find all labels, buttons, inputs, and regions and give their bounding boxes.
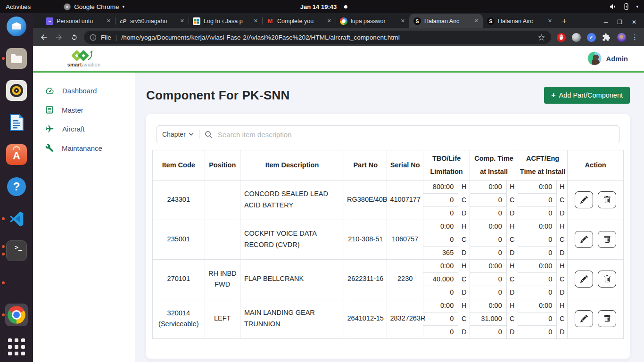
- browser-tab[interactable]: ~ Personal untu ✕: [41, 14, 115, 28]
- delete-button[interactable]: [598, 191, 616, 208]
- sidebar-item-dashboard[interactable]: Dashboard: [33, 81, 135, 100]
- add-part-component-button[interactable]: + Add Part/Component: [544, 87, 630, 104]
- sidebar-item-maintanance[interactable]: Maintanance: [33, 139, 135, 157]
- new-tab-button[interactable]: +: [562, 16, 567, 26]
- cell-tbo-value: 0:00: [423, 259, 458, 272]
- browser-tab[interactable]: Log In ‹ Jasa p ✕: [189, 14, 262, 28]
- unit-label: H: [557, 259, 568, 272]
- clock-menu[interactable]: Jan 14 19:43: [300, 0, 347, 13]
- tab-close-icon[interactable]: ✕: [179, 18, 185, 24]
- dock-libreoffice-writer[interactable]: [5, 111, 28, 134]
- browser-tab-active[interactable]: S Halaman Airc ✕: [409, 14, 483, 28]
- tab-close-icon[interactable]: ✕: [547, 18, 553, 24]
- dock-ubuntu-software[interactable]: A: [5, 143, 28, 166]
- window-controls: ─ ❐ ✕: [604, 19, 644, 28]
- cell-acft-value: 0:00: [518, 259, 556, 272]
- unit-label: C: [458, 233, 470, 246]
- delete-button[interactable]: [598, 271, 616, 288]
- unit-label: D: [506, 246, 518, 259]
- verified-extension-icon[interactable]: ✓: [586, 32, 596, 42]
- dock-rhythmbox[interactable]: [5, 79, 28, 102]
- delete-button[interactable]: [598, 310, 616, 327]
- component-sub-row: 270101RH INBD FWDFLAP BELLCRANK2622311-1…: [153, 259, 624, 272]
- unit-label: H: [557, 299, 568, 312]
- focused-app-menu[interactable]: Google Chrome ▾: [64, 3, 124, 10]
- chapter-select[interactable]: Chapter: [162, 131, 194, 138]
- address-bar[interactable]: File | /home/yoga/Documents/kerja/Aviasi…: [84, 31, 551, 44]
- sidebar-item-aircraft[interactable]: Aircraft: [33, 119, 135, 139]
- forward-button[interactable]: [54, 32, 64, 42]
- cell-item-description: COCKPIT VOICE DATA RECORD (CVDR): [240, 220, 344, 259]
- dashboard-gauge-icon: [45, 86, 54, 95]
- chevron-down-icon: [189, 132, 194, 136]
- tab-close-icon[interactable]: ✕: [473, 18, 479, 24]
- browser-tab[interactable]: S Halaman Airc ✕: [483, 14, 556, 28]
- web-page: smartaviation Admin Dashboard: [33, 46, 644, 362]
- dock-running-app[interactable]: [5, 272, 28, 294]
- search-input[interactable]: [218, 131, 614, 139]
- tab-close-icon[interactable]: ✕: [326, 18, 332, 24]
- cell-acft-value: 0:00: [518, 220, 556, 233]
- running-indicator-dot: [2, 217, 5, 220]
- edit-icon: [580, 196, 588, 204]
- browser-window: ~ Personal untu ✕ cP srv50.niagaho ✕ Log…: [33, 13, 644, 362]
- dock-vscode[interactable]: [5, 207, 28, 230]
- cell-actions: [568, 299, 624, 338]
- page-info-icon[interactable]: [90, 34, 97, 41]
- activities-button[interactable]: Activities: [0, 3, 37, 10]
- restore-button[interactable]: ❐: [617, 19, 622, 25]
- edit-button[interactable]: [575, 271, 593, 288]
- help-icon: ?: [7, 177, 26, 196]
- col-header-acft-time: ACFT/Eng Time at Install: [518, 150, 568, 181]
- browser-tab[interactable]: M Complete you ✕: [262, 14, 336, 28]
- dock-files[interactable]: [5, 47, 28, 70]
- tab-favicon: [340, 17, 347, 25]
- adblock-extension-icon[interactable]: [556, 32, 566, 42]
- tab-favicon: M: [266, 17, 274, 25]
- browser-tab[interactable]: lupa passwor ✕: [336, 14, 409, 28]
- unit-label: H: [458, 299, 470, 312]
- chrome-app-icon: [64, 3, 71, 10]
- tab-close-icon[interactable]: ✕: [253, 18, 259, 24]
- dock-help[interactable]: ?: [5, 175, 28, 198]
- delete-button[interactable]: [598, 231, 616, 248]
- tab-favicon: cP: [119, 17, 127, 25]
- close-window-button[interactable]: ✕: [632, 19, 636, 25]
- col-header-part-no: Part No: [344, 150, 387, 181]
- user-avatar: [587, 51, 602, 66]
- tab-favicon: ~: [46, 17, 53, 25]
- sidebar-item-master[interactable]: Master: [33, 100, 135, 119]
- unit-label: C: [557, 233, 568, 246]
- reload-button[interactable]: [69, 32, 79, 42]
- running-indicator-dot: [2, 57, 5, 60]
- component-sub-row: 320014(Serviceable)LEFTMAIN LANDING GEAR…: [153, 299, 624, 312]
- dock-terminal[interactable]: >_: [5, 239, 28, 262]
- back-button[interactable]: [39, 32, 49, 42]
- globe-extension-icon[interactable]: [571, 32, 581, 42]
- notification-dot-icon: [344, 5, 347, 8]
- edit-button[interactable]: [575, 191, 593, 208]
- minimize-button[interactable]: ─: [604, 19, 608, 25]
- edit-button[interactable]: [575, 310, 593, 327]
- browser-profile-avatar[interactable]: [616, 32, 627, 42]
- cell-part-no: RG380E/40B: [344, 180, 387, 220]
- tab-close-icon[interactable]: ✕: [400, 18, 406, 24]
- browser-menu-icon[interactable]: ⋮: [631, 33, 638, 41]
- browser-tab[interactable]: cP srv50.niagaho ✕: [115, 14, 189, 28]
- extensions-puzzle-icon[interactable]: [601, 32, 611, 42]
- cell-tbo-value: 40.000: [423, 272, 458, 286]
- dock-chrome[interactable]: [5, 304, 28, 326]
- dock-app-grid[interactable]: [5, 336, 28, 358]
- list-icon: [45, 106, 54, 114]
- bookmark-star-icon[interactable]: [537, 33, 545, 41]
- user-menu[interactable]: Admin: [587, 51, 644, 66]
- system-status-area[interactable]: ▾: [609, 3, 644, 10]
- smartaviation-logo[interactable]: smartaviation: [67, 49, 100, 67]
- dock-thunderbird[interactable]: [5, 15, 28, 38]
- app-header: smartaviation Admin: [33, 46, 644, 71]
- vscode-icon: [8, 210, 25, 227]
- edit-button[interactable]: [575, 231, 593, 248]
- brand-box: smartaviation: [33, 46, 135, 71]
- edit-icon: [580, 275, 588, 283]
- tab-close-icon[interactable]: ✕: [106, 18, 112, 24]
